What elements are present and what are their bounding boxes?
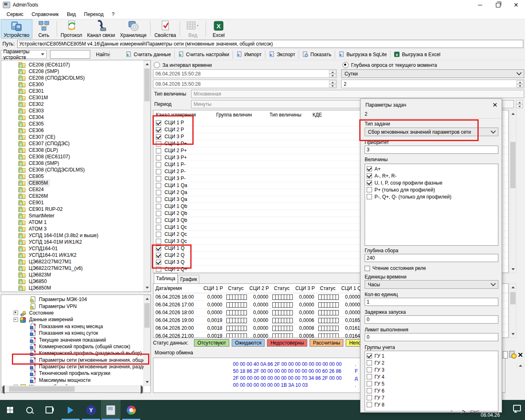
group-item[interactable]: ГУ 6 (367, 387, 498, 394)
task-view-button[interactable] (39, 400, 59, 420)
checkbox-icon[interactable] (156, 204, 161, 209)
scroll-thumb[interactable] (510, 142, 516, 188)
menu-service[interactable]: Сервис (2, 10, 27, 18)
checkbox-icon[interactable] (156, 176, 161, 181)
node-tree-item[interactable]: Технический профиль нагрузки (1, 370, 144, 377)
checkbox-icon[interactable] (367, 367, 372, 372)
checkbox-icon[interactable] (156, 211, 161, 216)
group-item[interactable]: ГУ 7 (367, 394, 498, 401)
checkbox-icon[interactable] (156, 225, 161, 230)
group-item[interactable]: ГУ 5 (367, 380, 498, 387)
depth-value-field[interactable]: 2 (341, 80, 524, 88)
device-tree-item[interactable]: CE302 (1, 101, 144, 107)
checkbox-checked-icon[interactable] (156, 246, 161, 251)
network-button[interactable]: Сеть (32, 19, 55, 39)
group-item[interactable]: ГУ 8 (367, 401, 498, 408)
scroll-up-icon[interactable] (144, 61, 150, 68)
date-to-spinner[interactable] (329, 80, 336, 87)
device-tree-item[interactable]: CE805 (1, 173, 144, 180)
task-close-icon[interactable]: ✕ (518, 351, 523, 359)
node-tree-item[interactable]: Коммерческий профиль (общий список) (1, 343, 144, 350)
tray-expand-icon[interactable]: ⌃ (450, 410, 454, 414)
device-tree-item[interactable]: ATOM 3 (1, 226, 144, 232)
device-tree-item[interactable]: CE308 (IEC61107) (1, 153, 144, 160)
mini-scroll-up[interactable] (517, 363, 524, 368)
scroll-up-icon[interactable] (144, 295, 150, 302)
device-tree-item[interactable]: УСПД164-01 И/К1/К2 (1, 252, 144, 258)
restore-button[interactable] (489, 0, 507, 10)
scroll-thumb[interactable] (144, 68, 150, 101)
checkbox-icon[interactable] (156, 232, 161, 237)
scroll-up-icon[interactable] (510, 110, 516, 117)
menu-navigate[interactable]: Переход (80, 10, 108, 18)
action-show[interactable]: Показать (299, 50, 335, 59)
column-header[interactable]: Статус (316, 285, 339, 291)
taskbar-admintools-button[interactable] (101, 400, 121, 420)
checkbox-icon[interactable] (156, 239, 161, 244)
scroll-down-icon[interactable] (510, 331, 516, 338)
node-tree-scrollbar[interactable] (144, 295, 151, 386)
device-tree-item[interactable]: ЦЭ6822/27М/27М1_(v6) (1, 265, 144, 272)
path-input[interactable] (17, 40, 523, 48)
node-tree-item[interactable]: Текущие значения показаний (1, 336, 144, 343)
node-tree-item[interactable]: Максимумы мощности (1, 377, 144, 383)
date-to-field[interactable]: 08.04.2026 15:50:28 (153, 80, 337, 88)
action-read-settings[interactable]: Считать настройки (175, 50, 233, 59)
checkbox-icon[interactable] (156, 197, 161, 202)
close-button[interactable]: ✕ (507, 0, 525, 10)
column-header[interactable]: Тип величины (267, 112, 310, 118)
device-tree-item[interactable]: SmartMeter (1, 212, 144, 219)
column-header[interactable]: СЦИ 1 Q (339, 285, 362, 291)
checkbox-checked-icon[interactable] (156, 134, 161, 139)
scroll-thumb[interactable] (9, 386, 75, 392)
dialog-close-icon[interactable]: ✕ (492, 101, 498, 109)
node-tree-hscrollbar[interactable] (1, 386, 144, 393)
interval-radio[interactable]: За интервал времени (154, 62, 212, 68)
device-tree-item[interactable]: CE901 RUP-02 (1, 206, 144, 212)
checkbox-checked-icon[interactable] (156, 253, 161, 258)
scroll-down-icon[interactable] (144, 284, 150, 291)
group-item[interactable]: ГУ 3 (367, 366, 498, 373)
device-tree-item[interactable]: ЦЭ6850 (1, 278, 144, 285)
device-tree-item[interactable]: CE306 (1, 127, 144, 134)
start-delay-field[interactable]: 0 (365, 315, 498, 324)
group-item[interactable]: ГУ 1 (367, 352, 498, 359)
taskbar-paint-button[interactable] (121, 400, 141, 420)
device-tree-item[interactable]: ЦЭ6850М (1, 285, 144, 291)
checkbox-checked-icon[interactable] (367, 180, 372, 185)
column-header[interactable]: Статус (270, 285, 293, 291)
checkbox-checked-icon[interactable] (156, 260, 161, 265)
excel-button[interactable]: X Excel (207, 19, 230, 39)
depth-unit-dropdown[interactable]: Сутки (341, 69, 524, 78)
node-tree-item[interactable]: Коммерческий профиль (раздельный выбор) (1, 350, 144, 356)
device-tree-item[interactable]: CE901 (1, 199, 144, 206)
checkbox-icon[interactable] (156, 155, 161, 160)
checkbox-checked-icon[interactable] (156, 127, 161, 132)
device-tree-item[interactable]: CE308 (DLP) (1, 147, 144, 153)
device-tree-scrollbar[interactable] (144, 60, 151, 292)
group-item[interactable]: ГУ 2 (367, 359, 498, 366)
node-tree-item[interactable]: Параметры сети (мгновенные значения, раз… (1, 363, 144, 370)
device-tree-item[interactable]: УСПД 164-01М (3.8b2 и выше) (1, 232, 144, 239)
storage-button[interactable]: Хранилище (118, 19, 149, 39)
device-tree-item[interactable]: CE300 (1, 81, 144, 88)
device-tree-item[interactable]: ATOM 1 (1, 219, 144, 226)
relay-checkbox[interactable]: Чтение состояния реле (365, 265, 426, 271)
exec-limit-field[interactable]: 0 (365, 333, 498, 341)
action-excel-export[interactable]: XВыгрузка в Excel (390, 50, 444, 59)
quantity-item[interactable]: A+ (367, 165, 498, 172)
taskbar-media-button[interactable] (61, 400, 80, 420)
menu-help[interactable]: ? (107, 10, 119, 18)
device-tree-item[interactable]: CE303 (1, 107, 144, 114)
properties-button[interactable]: Свойства (152, 19, 178, 39)
language-indicator[interactable]: ENG (470, 410, 480, 415)
scroll-right-icon[interactable] (141, 387, 143, 393)
units-count-field[interactable]: 1 (365, 298, 498, 306)
column-header[interactable]: Статус (224, 285, 247, 291)
device-button[interactable]: Устройство (1, 19, 32, 39)
column-header[interactable]: СЦИ 2 P (247, 285, 270, 291)
checkbox-icon[interactable] (367, 402, 372, 407)
quantity-item[interactable]: P-, Q+, Q- (только для профилей) (367, 193, 498, 200)
quantity-item[interactable]: P+ (только для профилей) (367, 186, 498, 193)
checkbox-icon[interactable] (367, 381, 372, 386)
